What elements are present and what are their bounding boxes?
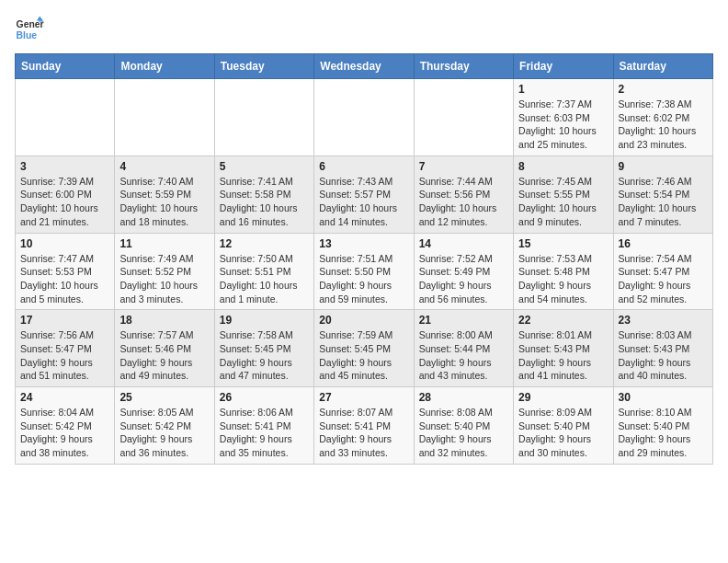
header-friday: Friday: [514, 54, 613, 79]
day-number: 21: [419, 314, 508, 327]
calendar-cell: 22Sunrise: 8:01 AMSunset: 5:43 PMDayligh…: [514, 310, 613, 387]
day-info: Sunrise: 7:39 AMSunset: 6:00 PMDaylight:…: [20, 175, 109, 229]
day-number: 6: [319, 160, 408, 173]
day-number: 26: [220, 391, 309, 404]
calendar-cell: 5Sunrise: 7:41 AMSunset: 5:58 PMDaylight…: [214, 155, 313, 233]
day-number: 24: [20, 391, 109, 404]
day-number: 18: [119, 314, 209, 327]
calendar-cell: 10Sunrise: 7:47 AMSunset: 5:53 PMDayligh…: [16, 233, 115, 310]
day-number: 23: [619, 314, 708, 327]
day-info: Sunrise: 8:04 AMSunset: 5:42 PMDaylight:…: [20, 406, 109, 460]
day-info: Sunrise: 7:53 AMSunset: 5:48 PMDaylight:…: [518, 252, 608, 306]
day-info: Sunrise: 7:57 AMSunset: 5:46 PMDaylight:…: [119, 328, 209, 383]
day-info: Sunrise: 8:10 AMSunset: 5:40 PMDaylight:…: [619, 406, 708, 460]
day-number: 5: [220, 160, 309, 173]
calendar-cell: 12Sunrise: 7:50 AMSunset: 5:51 PMDayligh…: [214, 233, 313, 310]
day-number: 12: [220, 237, 309, 250]
calendar-week-row: 24Sunrise: 8:04 AMSunset: 5:42 PMDayligh…: [16, 387, 713, 465]
calendar-cell: 4Sunrise: 7:40 AMSunset: 5:59 PMDaylight…: [115, 155, 214, 233]
day-info: Sunrise: 7:45 AMSunset: 5:55 PMDaylight:…: [518, 175, 608, 229]
calendar-week-row: 1Sunrise: 7:37 AMSunset: 6:03 PMDaylight…: [16, 79, 713, 156]
day-number: 4: [119, 160, 209, 173]
calendar-cell: 14Sunrise: 7:52 AMSunset: 5:49 PMDayligh…: [414, 233, 513, 310]
day-info: Sunrise: 8:09 AMSunset: 5:40 PMDaylight:…: [518, 406, 608, 460]
header: General Blue: [15, 15, 713, 44]
calendar-cell: 29Sunrise: 8:09 AMSunset: 5:40 PMDayligh…: [514, 387, 613, 465]
calendar-cell: [115, 79, 214, 156]
day-info: Sunrise: 7:47 AMSunset: 5:53 PMDaylight:…: [20, 252, 109, 306]
calendar-week-row: 17Sunrise: 7:56 AMSunset: 5:47 PMDayligh…: [16, 310, 713, 387]
day-info: Sunrise: 7:43 AMSunset: 5:57 PMDaylight:…: [319, 175, 408, 229]
day-number: 25: [119, 391, 209, 404]
header-thursday: Thursday: [414, 54, 513, 79]
day-info: Sunrise: 7:56 AMSunset: 5:47 PMDaylight:…: [20, 328, 109, 383]
logo: General Blue: [15, 15, 48, 44]
calendar-cell: 9Sunrise: 7:46 AMSunset: 5:54 PMDaylight…: [613, 155, 712, 233]
day-info: Sunrise: 8:08 AMSunset: 5:40 PMDaylight:…: [419, 406, 508, 460]
day-number: 9: [619, 160, 708, 173]
header-monday: Monday: [115, 54, 214, 79]
day-number: 17: [20, 314, 109, 327]
day-info: Sunrise: 8:01 AMSunset: 5:43 PMDaylight:…: [518, 328, 608, 383]
header-saturday: Saturday: [613, 54, 712, 79]
calendar-header-row: SundayMondayTuesdayWednesdayThursdayFrid…: [16, 54, 713, 79]
day-number: 8: [518, 160, 608, 173]
day-number: 14: [419, 237, 508, 250]
day-number: 2: [619, 83, 708, 96]
day-info: Sunrise: 8:00 AMSunset: 5:44 PMDaylight:…: [419, 328, 508, 383]
day-info: Sunrise: 7:49 AMSunset: 5:52 PMDaylight:…: [119, 252, 209, 306]
day-number: 16: [619, 237, 708, 250]
calendar-cell: 24Sunrise: 8:04 AMSunset: 5:42 PMDayligh…: [16, 387, 115, 465]
calendar-cell: 26Sunrise: 8:06 AMSunset: 5:41 PMDayligh…: [214, 387, 313, 465]
day-info: Sunrise: 7:58 AMSunset: 5:45 PMDaylight:…: [220, 328, 309, 383]
calendar-cell: 2Sunrise: 7:38 AMSunset: 6:02 PMDaylight…: [613, 79, 712, 156]
day-number: 10: [20, 237, 109, 250]
calendar-cell: [214, 79, 313, 156]
calendar-cell: 20Sunrise: 7:59 AMSunset: 5:45 PMDayligh…: [314, 310, 414, 387]
day-info: Sunrise: 8:06 AMSunset: 5:41 PMDaylight:…: [220, 406, 309, 460]
calendar-cell: 11Sunrise: 7:49 AMSunset: 5:52 PMDayligh…: [115, 233, 214, 310]
calendar-cell: [314, 79, 414, 156]
day-number: 19: [220, 314, 309, 327]
calendar-cell: 8Sunrise: 7:45 AMSunset: 5:55 PMDaylight…: [514, 155, 613, 233]
day-info: Sunrise: 8:03 AMSunset: 5:43 PMDaylight:…: [619, 328, 708, 383]
header-wednesday: Wednesday: [314, 54, 414, 79]
day-number: 29: [518, 391, 608, 404]
calendar-cell: 6Sunrise: 7:43 AMSunset: 5:57 PMDaylight…: [314, 155, 414, 233]
header-sunday: Sunday: [16, 54, 115, 79]
day-info: Sunrise: 7:37 AMSunset: 6:03 PMDaylight:…: [518, 98, 608, 152]
calendar-cell: 27Sunrise: 8:07 AMSunset: 5:41 PMDayligh…: [314, 387, 414, 465]
day-number: 7: [419, 160, 508, 173]
day-info: Sunrise: 8:07 AMSunset: 5:41 PMDaylight:…: [319, 406, 408, 460]
calendar-cell: 28Sunrise: 8:08 AMSunset: 5:40 PMDayligh…: [414, 387, 513, 465]
day-number: 28: [419, 391, 508, 404]
day-number: 15: [518, 237, 608, 250]
calendar-cell: 7Sunrise: 7:44 AMSunset: 5:56 PMDaylight…: [414, 155, 513, 233]
header-tuesday: Tuesday: [214, 54, 313, 79]
day-info: Sunrise: 7:59 AMSunset: 5:45 PMDaylight:…: [319, 328, 408, 383]
day-info: Sunrise: 7:41 AMSunset: 5:58 PMDaylight:…: [220, 175, 309, 229]
day-number: 3: [20, 160, 109, 173]
calendar-cell: 1Sunrise: 7:37 AMSunset: 6:03 PMDaylight…: [514, 79, 613, 156]
calendar-cell: 25Sunrise: 8:05 AMSunset: 5:42 PMDayligh…: [115, 387, 214, 465]
day-info: Sunrise: 8:05 AMSunset: 5:42 PMDaylight:…: [119, 406, 209, 460]
day-info: Sunrise: 7:40 AMSunset: 5:59 PMDaylight:…: [119, 175, 209, 229]
day-info: Sunrise: 7:38 AMSunset: 6:02 PMDaylight:…: [619, 98, 708, 152]
day-number: 30: [619, 391, 708, 404]
calendar-week-row: 3Sunrise: 7:39 AMSunset: 6:00 PMDaylight…: [16, 155, 713, 233]
calendar-cell: 21Sunrise: 8:00 AMSunset: 5:44 PMDayligh…: [414, 310, 513, 387]
svg-text:Blue: Blue: [17, 30, 38, 40]
calendar-cell: [414, 79, 513, 156]
day-info: Sunrise: 7:46 AMSunset: 5:54 PMDaylight:…: [619, 175, 708, 229]
day-number: 27: [319, 391, 408, 404]
calendar-cell: 23Sunrise: 8:03 AMSunset: 5:43 PMDayligh…: [613, 310, 712, 387]
calendar-cell: [16, 79, 115, 156]
calendar-cell: 30Sunrise: 8:10 AMSunset: 5:40 PMDayligh…: [613, 387, 712, 465]
day-info: Sunrise: 7:44 AMSunset: 5:56 PMDaylight:…: [419, 175, 508, 229]
logo-icon: General Blue: [15, 15, 44, 44]
calendar-cell: 13Sunrise: 7:51 AMSunset: 5:50 PMDayligh…: [314, 233, 414, 310]
day-info: Sunrise: 7:54 AMSunset: 5:47 PMDaylight:…: [619, 252, 708, 306]
calendar-cell: 15Sunrise: 7:53 AMSunset: 5:48 PMDayligh…: [514, 233, 613, 310]
day-number: 13: [319, 237, 408, 250]
day-number: 1: [518, 83, 608, 96]
